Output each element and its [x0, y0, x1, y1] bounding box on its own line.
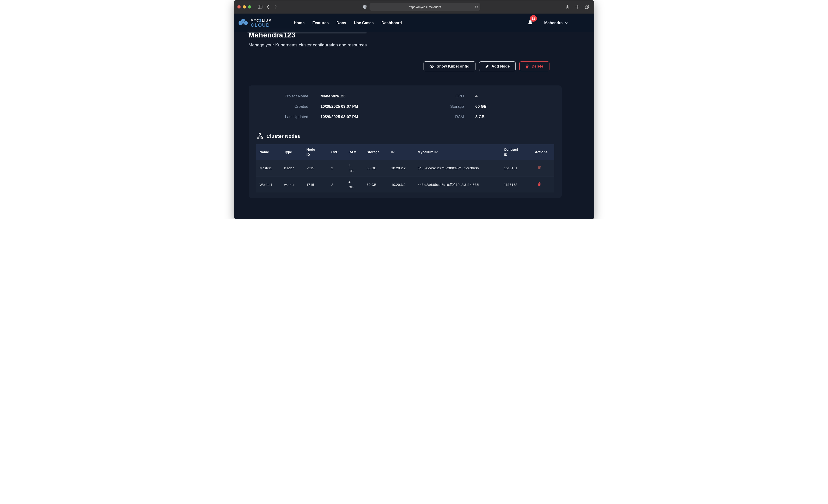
address-bar-url: https://myceliumcloud.tf — [409, 5, 441, 9]
page-subtitle: Manage your Kubernetes cluster configura… — [249, 42, 594, 48]
site-navbar: MYCΞLIUM CLOUD Home Features Docs Use Ca… — [234, 13, 594, 32]
add-node-button[interactable]: Add Node — [479, 61, 516, 71]
detail-row: Project Name Mahendra123 CPU 4 — [256, 91, 554, 101]
ram-label: RAM — [417, 115, 464, 119]
sidebar-toggle-icon[interactable] — [256, 3, 264, 10]
storage-value: 60 GB — [475, 104, 487, 109]
share-icon[interactable] — [564, 3, 572, 10]
close-window-button[interactable] — [237, 5, 241, 8]
table-header-row: Name Type Node ID CPU RAM Storage IP Myc… — [256, 144, 554, 160]
table-row: Worker1 worker 1715 2 4 GB 30 GB 10.20.3… — [256, 176, 554, 193]
network-nodes-icon — [257, 133, 263, 139]
reload-icon[interactable]: ↻ — [475, 5, 478, 9]
cell-cpu: 2 — [328, 160, 345, 176]
row-delete-button[interactable] — [535, 182, 541, 186]
eye-icon — [429, 65, 434, 68]
cell-name: Master1 — [256, 160, 281, 176]
main-content: Mahendra123 Manage your Kubernetes clust… — [234, 31, 594, 198]
cell-mycelium-ip: 5d8:78ea:a120:f40c:ff0f:a5fe:99e6:8b96 — [414, 160, 500, 176]
cell-actions — [531, 160, 554, 176]
minimize-window-button[interactable] — [243, 5, 246, 8]
nav-link-dashboard[interactable]: Dashboard — [381, 21, 402, 25]
user-menu[interactable]: Mahendra — [544, 21, 568, 25]
cell-ip: 10.20.3.2 — [388, 176, 414, 193]
privacy-shield-icon[interactable] — [363, 5, 367, 9]
cell-ram: 4 GB — [345, 160, 363, 176]
browser-window: https://myceliumcloud.tf ↻ — [234, 0, 594, 219]
show-kubeconfig-button[interactable]: Show Kubeconfig — [423, 61, 475, 71]
forward-button[interactable] — [272, 3, 280, 10]
nav-links: Home Features Docs Use Cases Dashboard — [294, 21, 402, 25]
cell-name: Worker1 — [256, 176, 281, 193]
row-delete-button[interactable] — [535, 166, 541, 169]
cell-storage: 30 GB — [363, 160, 388, 176]
show-kubeconfig-label: Show Kubeconfig — [437, 64, 469, 69]
cell-storage: 30 GB — [363, 176, 388, 193]
cluster-nodes-header: Cluster Nodes — [257, 133, 554, 139]
detail-row: Created 10/29/2025 03:07 PM Storage 60 G… — [256, 101, 554, 112]
detail-row: Last Updated 10/29/2025 03:07 PM RAM 8 G… — [256, 112, 554, 122]
nav-link-home[interactable]: Home — [294, 21, 304, 25]
cell-mycelium-ip: 446:d2a6:8bcd:8c16:ff0f:72e2:3114:863f — [414, 176, 500, 193]
cell-node-id: 1715 — [303, 176, 328, 193]
user-name: Mahendra — [544, 21, 563, 25]
cell-cpu: 2 — [328, 176, 345, 193]
last-updated-label: Last Updated — [256, 115, 308, 119]
trash-icon — [538, 182, 541, 186]
cpu-label: CPU — [417, 94, 464, 98]
last-updated-value: 10/29/2025 03:07 PM — [321, 115, 417, 119]
nav-link-features[interactable]: Features — [312, 21, 329, 25]
table-row: Master1 leader 7915 2 4 GB 30 GB 10.20.2… — [256, 160, 554, 176]
col-type: Type — [281, 144, 303, 160]
address-bar[interactable]: https://myceliumcloud.tf ↻ — [370, 3, 480, 11]
add-node-label: Add Node — [492, 64, 510, 69]
cell-actions — [531, 176, 554, 193]
tab-overview-icon[interactable] — [583, 3, 591, 10]
cluster-nodes-table: Name Type Node ID CPU RAM Storage IP Myc… — [256, 144, 554, 193]
chevron-down-icon — [565, 22, 568, 24]
col-actions: Actions — [531, 144, 554, 160]
trash-icon — [538, 166, 541, 169]
browser-chrome: https://myceliumcloud.tf ↻ — [234, 0, 594, 13]
col-cpu: CPU — [328, 144, 345, 160]
traffic-lights — [237, 5, 251, 8]
back-button[interactable] — [264, 3, 272, 10]
brand-logo[interactable]: MYCΞLIUM CLOUD — [238, 18, 272, 28]
storage-label: Storage — [417, 104, 464, 109]
col-mycelium-ip: Mycelium IP — [414, 144, 500, 160]
project-name-value: Mahendra123 — [321, 94, 417, 98]
created-value: 10/29/2025 03:07 PM — [321, 104, 417, 109]
mycelium-cloud-logo-icon — [238, 18, 248, 28]
col-ip: IP — [388, 144, 414, 160]
ram-value: 8 GB — [475, 115, 485, 119]
new-tab-icon[interactable] — [573, 3, 581, 10]
cpu-value: 4 — [475, 94, 478, 98]
delete-cluster-button[interactable]: Delete — [520, 61, 549, 71]
brand-wordmark: MYCΞLIUM CLOUD — [251, 18, 272, 27]
col-name: Name — [256, 144, 281, 160]
col-contract-id: Contract ID — [500, 144, 531, 160]
project-name-label: Project Name — [256, 94, 308, 98]
col-ram: RAM — [345, 144, 363, 160]
created-label: Created — [256, 104, 308, 109]
cell-ram: 4 GB — [345, 176, 363, 193]
cell-type: worker — [281, 176, 303, 193]
trash-icon — [525, 64, 529, 69]
cell-node-id: 7915 — [303, 160, 328, 176]
cluster-nodes-title: Cluster Nodes — [266, 133, 300, 139]
cluster-actions: Show Kubeconfig Add Node Delete — [249, 61, 549, 71]
delete-cluster-label: Delete — [532, 64, 543, 69]
cell-type: leader — [281, 160, 303, 176]
pencil-icon — [485, 64, 489, 68]
notifications-button[interactable]: 11 — [527, 20, 533, 26]
nav-link-docs[interactable]: Docs — [336, 21, 346, 25]
cell-contract-id: 1613132 — [500, 176, 531, 193]
col-node-id: Node ID — [303, 144, 328, 160]
cell-ip: 10.20.2.2 — [388, 160, 414, 176]
nav-link-use-cases[interactable]: Use Cases — [354, 21, 374, 25]
col-storage: Storage — [363, 144, 388, 160]
notification-count-badge: 11 — [530, 15, 537, 22]
cell-contract-id: 1613131 — [500, 160, 531, 176]
cluster-details-card: Project Name Mahendra123 CPU 4 Created 1… — [249, 85, 562, 198]
zoom-window-button[interactable] — [248, 5, 251, 8]
